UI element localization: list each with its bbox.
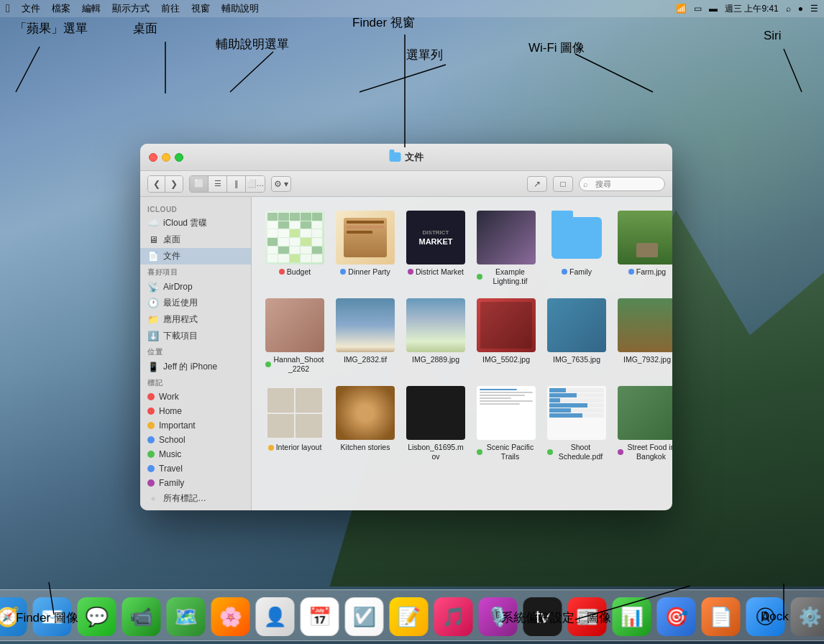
- sidebar-item-applications[interactable]: 📁 應用程式: [140, 311, 251, 328]
- sidebar-tag-travel[interactable]: Travel: [140, 461, 251, 476]
- dock-app-store[interactable]: Ⓐ: [746, 597, 785, 636]
- file-thumb-interior: [265, 386, 324, 440]
- dock-reminders[interactable]: ☑️: [345, 597, 384, 636]
- dock-safari[interactable]: 🧭: [0, 597, 27, 636]
- file-item-kitchen[interactable]: Kitchen stories: [333, 383, 398, 464]
- dock-mail[interactable]: ✉️: [33, 597, 72, 636]
- menubar-window[interactable]: 視窗: [191, 2, 210, 15]
- wifi-icon[interactable]: 📶: [676, 4, 687, 14]
- file-item-dinner-party[interactable]: Dinner Party: [333, 208, 398, 288]
- menubar-help[interactable]: 輔助說明: [221, 2, 259, 15]
- file-item-img5502[interactable]: IMG_5502.jpg: [474, 295, 539, 376]
- file-dot-family: [562, 269, 567, 275]
- tag-button[interactable]: □: [553, 176, 573, 192]
- search-icon[interactable]: ⌕: [786, 4, 791, 14]
- file-item-img7635[interactable]: IMG_7635.jpg: [544, 295, 609, 376]
- sidebar-item-airdrop[interactable]: 📡 AirDrop: [140, 279, 251, 295]
- sidebar: iCloud ☁️ iCloud 雲碟 🖥 桌面 📄 文件 喜好項目 📡 Air…: [140, 197, 252, 510]
- sidebar-tag-important[interactable]: Important: [140, 418, 251, 433]
- sidebar-item-desktop[interactable]: 🖥 桌面: [140, 231, 251, 248]
- dock-apple-tv[interactable]: tv: [523, 597, 562, 636]
- menubar-edit[interactable]: 編輯: [82, 2, 101, 15]
- dock-system-preferences[interactable]: ⚙️: [791, 597, 825, 636]
- folder-icon: [390, 152, 401, 162]
- file-dot-farm: [628, 269, 634, 275]
- file-item-schedule[interactable]: Shoot Schedule.pdf: [544, 383, 609, 464]
- menubar-finder[interactable]: 文件: [22, 2, 40, 15]
- file-item-street-food[interactable]: Street Food in Bangkok: [615, 383, 672, 464]
- messages-icon: 💬: [86, 606, 109, 628]
- file-dot-district: [408, 269, 413, 275]
- close-button[interactable]: [149, 153, 157, 162]
- search-input[interactable]: [579, 177, 665, 191]
- folder-icon-family: [551, 217, 602, 259]
- file-item-interior[interactable]: Interior layout: [262, 383, 327, 464]
- file-item-hannah[interactable]: Hannah_Shoot_2262: [262, 295, 327, 376]
- dock-keynote[interactable]: 🎯: [657, 597, 696, 636]
- file-item-budget[interactable]: Budget: [262, 208, 327, 288]
- file-thumb-img7932: [618, 298, 672, 352]
- sidebar-item-downloads[interactable]: ⬇️ 下載項目: [140, 328, 251, 344]
- tag-dot-music: [147, 451, 155, 458]
- dock-music[interactable]: 🎵: [434, 597, 473, 636]
- sidebar-item-icloud-drive[interactable]: ☁️ iCloud 雲碟: [140, 215, 251, 231]
- file-item-lighting[interactable]: Example Lighting.tif: [474, 208, 539, 288]
- file-item-img7932[interactable]: IMG_7932.jpg: [615, 295, 672, 376]
- list-view-button[interactable]: ☰: [209, 176, 227, 192]
- apple-menu-icon[interactable]: : [6, 2, 10, 15]
- menubar-go[interactable]: 前往: [161, 2, 180, 15]
- menubar-view[interactable]: 顯示方式: [112, 2, 150, 15]
- forward-button[interactable]: ❯: [165, 176, 183, 192]
- documents-icon: 📄: [147, 251, 159, 262]
- sidebar-tag-work[interactable]: Work: [140, 390, 251, 404]
- dock-pages[interactable]: 📄: [702, 597, 741, 636]
- file-item-family-folder[interactable]: Family: [544, 208, 609, 288]
- dock-news[interactable]: 📰: [568, 597, 607, 636]
- sort-button[interactable]: ⚙ ▾: [271, 176, 291, 192]
- file-item-lisbon[interactable]: Lisbon_61695.mov: [403, 383, 468, 464]
- minimize-button[interactable]: [162, 153, 170, 162]
- file-name-row-budget: Budget: [279, 267, 311, 277]
- nav-buttons: ❮ ❯: [147, 175, 183, 193]
- icon-view-button[interactable]: ⬜: [190, 176, 209, 192]
- column-view-button[interactable]: ‖: [227, 176, 246, 192]
- siri-icon[interactable]: ●: [798, 4, 803, 14]
- dock-photos[interactable]: 🌸: [211, 597, 250, 636]
- dock-facetime[interactable]: 📹: [122, 597, 161, 636]
- sidebar-all-tags[interactable]: ○ 所有標記…: [140, 490, 251, 507]
- control-center-icon[interactable]: ☰: [810, 4, 818, 14]
- file-dot-dinner: [340, 269, 346, 275]
- file-item-farm[interactable]: Farm.jpg: [615, 208, 672, 288]
- dock-messages[interactable]: 💬: [78, 597, 116, 636]
- dock-notes[interactable]: 📝: [390, 597, 429, 636]
- window-buttons: [149, 153, 183, 162]
- recents-icon: 🕐: [147, 298, 159, 309]
- dock-numbers[interactable]: 📊: [613, 597, 651, 636]
- file-item-district[interactable]: DISTRICT MARKET District Market: [403, 208, 468, 288]
- maximize-button[interactable]: [175, 153, 183, 162]
- back-button[interactable]: ❮: [148, 176, 165, 192]
- sidebar-tag-school[interactable]: School: [140, 433, 251, 447]
- sidebar-tag-music[interactable]: Music: [140, 447, 251, 461]
- dock-podcasts[interactable]: 🎙️: [479, 597, 518, 636]
- dock-contacts[interactable]: 👤: [256, 597, 295, 636]
- sidebar-item-iphone[interactable]: 📱 Jeff 的 iPhone: [140, 359, 251, 375]
- share-button[interactable]: ↗: [527, 176, 547, 192]
- sidebar-item-documents[interactable]: 📄 文件: [140, 248, 251, 264]
- photos-icon: 🌸: [219, 606, 242, 628]
- gallery-view-button[interactable]: ⬜…: [246, 176, 265, 192]
- sidebar-tag-family[interactable]: Family: [140, 476, 251, 490]
- menubar-file[interactable]: 檔案: [52, 2, 70, 15]
- file-item-img2832[interactable]: IMG_2832.tif: [333, 295, 398, 376]
- file-thumb-lisbon: [406, 386, 465, 440]
- sidebar-tag-home[interactable]: Home: [140, 404, 251, 418]
- file-item-scenic[interactable]: Scenic Pacific Trails: [474, 383, 539, 464]
- file-item-img2889[interactable]: IMG_2889.jpg: [403, 295, 468, 376]
- airplay-icon[interactable]: ▭: [694, 4, 702, 14]
- mail-icon: ✉️: [41, 606, 64, 628]
- dock-maps[interactable]: 🗺️: [167, 597, 206, 636]
- dock-calendar[interactable]: 📅: [301, 597, 339, 636]
- sidebar-item-recents[interactable]: 🕐 最近使用: [140, 295, 251, 311]
- tag-dot-school: [147, 436, 155, 443]
- file-thumb-dinner-party: [336, 211, 395, 264]
